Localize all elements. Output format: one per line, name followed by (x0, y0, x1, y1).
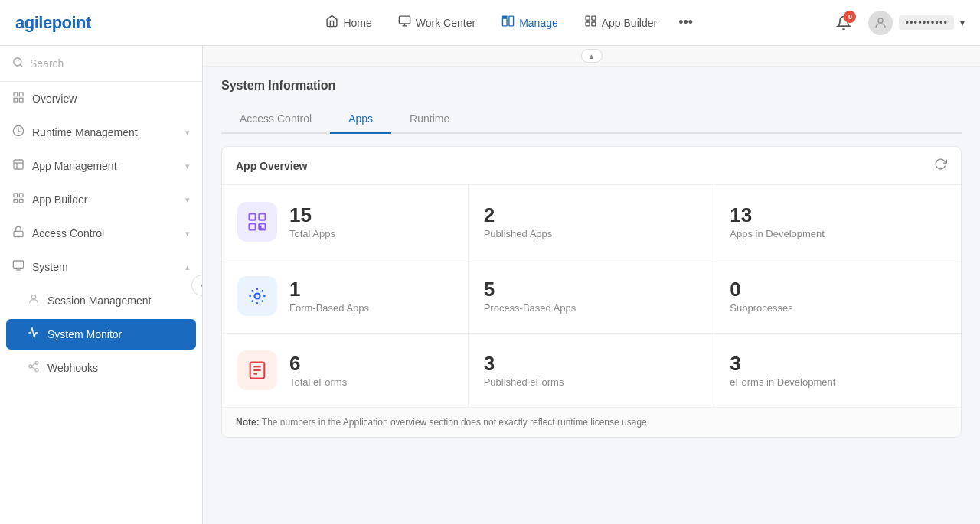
stat-info-process-based: 5 Process-Based Apps (484, 279, 577, 314)
stat-apps-in-dev: 13 Apps in Development (714, 185, 961, 259)
svg-rect-35 (250, 214, 256, 220)
refresh-button[interactable] (934, 158, 947, 174)
stat-published-eforms: 3 Published eForms (469, 334, 715, 407)
logo[interactable]: agilepoint (15, 13, 184, 33)
stat-info-form-based: 1 Form-Based Apps (289, 279, 369, 314)
sidebar-item-webhooks[interactable]: Webhooks (0, 351, 202, 385)
card-header: App Overview (222, 147, 961, 185)
form-based-icon (247, 285, 268, 307)
collapse-top-button[interactable]: ▲ (581, 49, 603, 63)
sidebar-label-access-control: Access Control (32, 227, 178, 239)
logo-text: agilepoint (15, 13, 91, 33)
tab-apps[interactable]: Apps (330, 105, 391, 134)
nav-workcenter-label: Work Center (416, 17, 475, 29)
sidebar-label-system: System (32, 261, 178, 273)
apps-in-dev-number: 13 (730, 205, 825, 225)
stat-info-eforms-in-dev: 3 eForms in Development (730, 353, 835, 388)
published-apps-number: 2 (484, 205, 553, 225)
svg-rect-23 (14, 199, 18, 203)
total-eforms-number: 6 (289, 353, 347, 373)
svg-rect-24 (19, 199, 23, 203)
form-based-label: Form-Based Apps (289, 302, 369, 314)
svg-rect-8 (586, 22, 590, 26)
card-title: App Overview (236, 160, 307, 172)
tab-runtime[interactable]: Runtime (391, 105, 468, 134)
form-based-icon-wrap (237, 276, 277, 316)
stat-info-subprocesses: 0 Subprocesses (730, 279, 792, 314)
svg-rect-22 (19, 194, 23, 197)
sidebar-item-overview[interactable]: Overview (0, 82, 202, 116)
access-control-chevron-icon: ▾ (185, 229, 190, 239)
nav-manage-label: Manage (519, 17, 558, 29)
total-apps-label: Total Apps (289, 228, 335, 239)
workcenter-icon (398, 15, 411, 31)
svg-rect-0 (399, 16, 410, 24)
sidebar-label-system-monitor: System Monitor (47, 328, 187, 340)
svg-rect-4 (509, 16, 514, 26)
sidebar-item-session-mgmt[interactable]: Session Management (0, 284, 202, 317)
process-based-number: 5 (484, 279, 577, 299)
sidebar-item-app-builder[interactable]: App Builder ▾ (0, 183, 202, 216)
more-dots-icon: ••• (678, 15, 693, 31)
runtime-chevron-icon: ▾ (185, 128, 190, 138)
sidebar-label-overview: Overview (32, 93, 190, 105)
nav-home[interactable]: Home (315, 8, 382, 37)
svg-line-44 (252, 291, 253, 292)
sidebar-item-app-mgmt[interactable]: App Management ▾ (0, 149, 202, 183)
svg-rect-14 (19, 93, 23, 96)
stat-info-published-apps: 2 Published Apps (484, 205, 553, 239)
stat-eforms-in-dev: 3 eForms in Development (714, 334, 961, 407)
svg-rect-15 (14, 98, 18, 102)
sidebar-item-system-monitor[interactable]: System Monitor (6, 319, 196, 350)
collapse-top-bar: ▲ (203, 46, 980, 67)
nav-more-button[interactable]: ••• (672, 8, 699, 37)
main-content: ▲ System Information Access Control Apps… (203, 46, 980, 524)
webhooks-icon (28, 360, 40, 376)
stat-published-apps: 2 Published Apps (469, 185, 715, 259)
refresh-icon (934, 158, 947, 171)
apps-in-dev-label: Apps in Development (730, 228, 825, 239)
sidebar-item-system[interactable]: System ▴ (0, 250, 202, 284)
app-mgmt-icon (12, 158, 24, 174)
sidebar-item-runtime-mgmt[interactable]: Runtime Management ▾ (0, 116, 202, 149)
published-apps-label: Published Apps (484, 228, 553, 239)
stat-info-published-eforms: 3 Published eForms (484, 353, 564, 388)
sidebar-label-app-mgmt: App Management (32, 160, 178, 172)
subprocesses-label: Subprocesses (730, 302, 792, 314)
published-eforms-label: Published eForms (484, 376, 564, 388)
user-chevron-icon: ▾ (960, 18, 965, 28)
svg-point-32 (35, 369, 38, 372)
stat-form-based: 1 Form-Based Apps (222, 259, 469, 334)
svg-line-47 (262, 291, 263, 292)
published-eforms-number: 3 (484, 353, 564, 373)
page-title: System Information (221, 79, 962, 93)
svg-point-10 (878, 18, 883, 23)
sidebar-item-access-control[interactable]: Access Control ▾ (0, 216, 202, 250)
app-builder-chevron-icon: ▾ (185, 195, 190, 205)
stat-info-total-eforms: 6 Total eForms (289, 353, 347, 388)
nav-right: 0 •••••••••• ▾ (830, 9, 965, 37)
sidebar-label-runtime-mgmt: Runtime Management (32, 126, 178, 138)
svg-point-31 (29, 365, 32, 368)
system-chevron-icon: ▴ (185, 262, 190, 272)
nav-appbuilder[interactable]: App Builder (573, 8, 668, 37)
nav-workcenter[interactable]: Work Center (387, 8, 486, 37)
svg-line-33 (32, 367, 36, 369)
svg-rect-5 (503, 16, 508, 17)
overview-icon (12, 91, 24, 106)
user-menu[interactable]: •••••••••• ▾ (868, 11, 965, 35)
search-box[interactable]: Search (0, 46, 202, 82)
process-based-label: Process-Based Apps (484, 302, 577, 314)
home-icon (325, 15, 338, 31)
stat-info-apps-in-dev: 13 Apps in Development (730, 205, 825, 239)
top-navigation: agilepoint Home Work Center Manage App B… (0, 0, 980, 46)
notification-badge: 0 (844, 11, 856, 23)
note-text: The numbers in the Application overview … (262, 417, 649, 428)
sidebar-label-session-mgmt: Session Management (47, 295, 190, 307)
svg-rect-7 (592, 16, 596, 20)
svg-point-29 (31, 295, 35, 299)
notifications-button[interactable]: 0 (830, 9, 858, 37)
nav-manage[interactable]: Manage (491, 8, 569, 37)
tab-access-control[interactable]: Access Control (221, 105, 330, 134)
app-layout: Search Overview Runtime Management ▾ App… (0, 46, 980, 524)
